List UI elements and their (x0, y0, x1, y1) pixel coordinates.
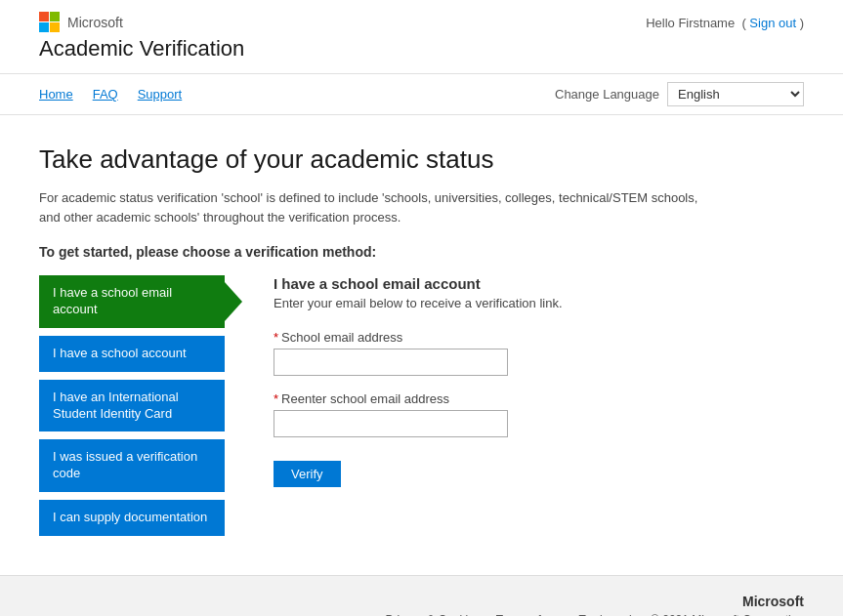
detail-panel: I have a school email account Enter your… (225, 275, 804, 487)
school-email-label: *School email address (274, 330, 765, 345)
detail-title: I have a school email account (274, 275, 765, 292)
footer: Microsoft Privacy & Cookies Terms of use… (0, 575, 843, 616)
change-language-label: Change Language (555, 87, 659, 102)
header: Microsoft Academic Verification Hello Fi… (0, 0, 843, 74)
required-mark-1: * (274, 330, 278, 345)
required-mark-2: * (274, 391, 278, 406)
language-selector-area: Change Language English French Spanish G… (555, 82, 804, 106)
verify-button[interactable]: Verify (274, 461, 341, 487)
home-link[interactable]: Home (39, 87, 73, 102)
footer-brand: Microsoft (39, 594, 804, 609)
school-email-input[interactable] (274, 349, 508, 376)
support-link[interactable]: Support (138, 87, 183, 102)
language-select[interactable]: English French Spanish German Portuguese (667, 82, 804, 106)
signout-link[interactable]: Sign out (749, 16, 796, 30)
page-title: Academic Verification (39, 36, 244, 62)
options-column: I have a school email account I have a s… (39, 275, 225, 536)
reenter-email-group: *Reenter school email address (274, 391, 765, 437)
faq-link[interactable]: FAQ (93, 87, 118, 102)
nav-links: Home FAQ Support (39, 87, 182, 102)
school-email-group: *School email address (274, 330, 765, 376)
ms-logo: Microsoft (39, 12, 244, 32)
verification-area: I have a school email account I have a s… (39, 275, 804, 536)
ms-brand-label: Microsoft (67, 15, 123, 30)
reenter-email-label: *Reenter school email address (274, 391, 765, 406)
ms-logo-grid (39, 12, 60, 32)
option-isic[interactable]: I have an International Student Identity… (39, 380, 225, 432)
nav-bar: Home FAQ Support Change Language English… (0, 74, 843, 115)
ms-logo-yellow (50, 22, 60, 32)
choose-label: To get started, please choose a verifica… (39, 244, 804, 260)
option-verification-code[interactable]: I was issued a verification code (39, 439, 225, 492)
ms-logo-blue (39, 22, 49, 32)
header-left: Microsoft Academic Verification (39, 12, 244, 62)
section-desc: For academic status verification 'school… (39, 188, 703, 226)
greeting-text: Hello Firstname (646, 16, 735, 30)
option-school-account[interactable]: I have a school account (39, 336, 225, 372)
detail-desc: Enter your email below to receive a veri… (274, 296, 765, 310)
main-content: Take advantage of your academic status F… (0, 115, 843, 575)
header-greeting: Hello Firstname ( Sign out ) (646, 12, 804, 30)
option-school-email[interactable]: I have a school email account (39, 275, 225, 328)
section-title: Take advantage of your academic status (39, 144, 804, 175)
reenter-email-input[interactable] (274, 410, 508, 437)
ms-logo-green (50, 12, 60, 21)
ms-logo-red (39, 12, 49, 21)
option-documentation[interactable]: I can supply documentation (39, 500, 225, 536)
